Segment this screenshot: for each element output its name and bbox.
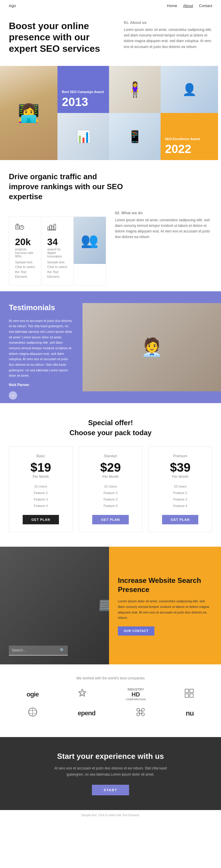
- award-2013-title: Best SEO Campaign Award: [62, 90, 105, 94]
- pricing-premium-amount: $39: [155, 461, 206, 475]
- hero-right: 01. About us Lorem ipsum dolor sit amet,…: [124, 20, 212, 60]
- seo-section: Drive organic traffic and improve rankin…: [0, 160, 221, 291]
- partners-section: We worked with the world's best companie…: [0, 664, 221, 737]
- svg-rect-9: [50, 225, 52, 230]
- testimonials-heading: Testimonials: [9, 303, 74, 312]
- pricing-basic: Basic $19 Per Month 15 UsersFeature 2Fea…: [9, 446, 73, 532]
- pricing-premium-period: Per Month: [155, 475, 206, 479]
- testimonials-section: Testimonials At vero eos et accusam et j…: [0, 291, 221, 403]
- award-2022-year: 2022: [165, 143, 214, 156]
- hero-left: Boost your online presence with our expe…: [9, 20, 115, 60]
- pricing-basic-period: Per Month: [15, 475, 66, 479]
- pricing-title: Special offer!Choose your pack today: [9, 418, 212, 437]
- nav-links: Home About Contact: [167, 3, 212, 8]
- image-woman-desk: 👩‍💻: [0, 66, 57, 160]
- pricing-standart: Standart $29 Per Month 15 UsersFeature 2…: [79, 446, 143, 532]
- stats-grid: 20k projects success rate 99% Sample tex…: [9, 217, 106, 285]
- footer-note-text: Sample text. Click to select the Text El…: [81, 813, 140, 817]
- hero-about-text: Lorem ipsum dolor sit amet, consectetur …: [124, 27, 212, 50]
- award-2013: Best SEO Campaign Award 2013: [57, 66, 109, 113]
- pricing-standart-features: 15 UsersFeature 2Feature 3Feature 4: [85, 483, 136, 509]
- svg-rect-16: [185, 694, 189, 698]
- pricing-standart-tier: Standart: [85, 454, 136, 458]
- partner-hd: INDUSTRY HD CORPORATION: [126, 688, 145, 701]
- testimonial-author: Nick Parsen: [9, 383, 74, 387]
- pricing-premium-btn[interactable]: GET PLAN: [162, 515, 199, 524]
- pricing-basic-amount: $19: [15, 461, 66, 475]
- svg-rect-10: [52, 226, 54, 230]
- pricing-standart-period: Per Month: [85, 475, 136, 479]
- hero-title: Boost your online presence with our expe…: [9, 20, 115, 54]
- pricing-grid: Basic $19 Per Month 15 UsersFeature 2Fea…: [9, 446, 212, 532]
- partner-nu: nu: [186, 709, 194, 717]
- what-text: Lorem ipsum dolor sit amet, consectetur …: [115, 217, 212, 240]
- presence-cta-button[interactable]: OUR CONTACT: [118, 626, 155, 636]
- stat-icon-projects: [15, 223, 35, 234]
- svg-rect-8: [48, 227, 50, 230]
- svg-rect-15: [190, 689, 193, 693]
- stat-sub-projects: projects success rate 99%: [15, 247, 35, 258]
- award-2013-year: 2013: [62, 95, 105, 108]
- image-right-top: 👤: [161, 66, 218, 113]
- pricing-premium: Premium $39 Per Month 15 UsersFeature 2F…: [148, 446, 212, 532]
- pricing-standart-amount: $29: [85, 461, 136, 475]
- seo-title: Drive organic traffic and improve rankin…: [9, 172, 127, 202]
- hero-section: Boost your online presence with our expe…: [0, 11, 221, 66]
- stat-sub-awards: award for digital innovation: [47, 247, 67, 258]
- pricing-standart-btn[interactable]: GET PLAN: [92, 515, 129, 524]
- image-person-standing: 🧍‍♀️: [109, 66, 161, 113]
- cta-text: At vero eos et accusam et justo duo dolo…: [52, 765, 169, 777]
- partner-icon-3: [27, 707, 38, 719]
- partners-title: We worked with the world's best companie…: [9, 676, 212, 680]
- svg-point-23: [137, 713, 140, 716]
- stat-projects: 20k projects success rate 99% Sample tex…: [9, 217, 41, 285]
- search-icon: 🔍: [60, 648, 65, 653]
- search-input[interactable]: [12, 648, 60, 652]
- testimonial-quote: At vero eos et accusam et justo duo dolo…: [9, 318, 74, 379]
- testimonial-content: Testimonials At vero eos et accusam et j…: [0, 303, 83, 392]
- seo-content: 20k projects success rate 99% Sample tex…: [9, 211, 212, 285]
- footer-note: Sample text. Click to select the Text El…: [0, 810, 221, 820]
- pricing-section: Special offer!Choose your pack today Bas…: [0, 403, 221, 547]
- partner-icon-4: [135, 707, 146, 719]
- partners-row-2: epend nu: [9, 707, 212, 719]
- pricing-premium-features: 15 UsersFeature 2Feature 3Feature 4: [155, 483, 206, 509]
- what-label: 02. What we do: [115, 211, 212, 215]
- nav-home[interactable]: Home: [167, 3, 177, 8]
- stat-image: 👥: [74, 217, 106, 285]
- svg-rect-17: [190, 694, 193, 698]
- stat-text-projects: Sample text. Click to select the Text El…: [15, 260, 35, 279]
- award-2022-title: SEO Excellence Award: [165, 137, 214, 141]
- search-bar[interactable]: 🔍: [9, 646, 68, 656]
- stat-text-awards: Sample text. Click to select the Text El…: [47, 260, 67, 279]
- cta-section: Start your experience with us At vero eo…: [0, 737, 221, 810]
- nav-about[interactable]: About: [183, 3, 193, 8]
- presence-text: Lorem ipsum dolor sit amet, consectetur …: [118, 598, 212, 621]
- nav-contact[interactable]: Contact: [199, 3, 212, 8]
- partner-icon-2: [184, 688, 194, 701]
- testimonial-image: 🧑‍💼: [83, 303, 221, 392]
- svg-rect-14: [185, 689, 189, 693]
- partner-ogie: ogie: [27, 690, 38, 698]
- presence-title: Increase Website Search Presence: [118, 576, 212, 594]
- svg-point-13: [81, 692, 84, 695]
- image-chart: 📱: [109, 113, 161, 160]
- stat-awards: 34 award for digital innovation Sample t…: [41, 217, 73, 285]
- logo: logo: [9, 3, 16, 8]
- pricing-basic-tier: Basic: [15, 454, 66, 458]
- cta-start-button[interactable]: START: [92, 785, 129, 795]
- testimonial-next[interactable]: →: [9, 391, 17, 400]
- about-label: 01. About us: [124, 20, 212, 25]
- stat-icon-awards: [47, 223, 67, 234]
- seo-stats: 20k projects success rate 99% Sample tex…: [9, 211, 106, 285]
- navigation: logo Home About Contact: [0, 0, 221, 11]
- svg-rect-1: [17, 224, 18, 225]
- award-2022: SEO Excellence Award 2022: [161, 113, 218, 160]
- stat-number-projects: 20k: [15, 237, 35, 247]
- image-grid: 👩‍💻 Best SEO Campaign Award 2013 🧍‍♀️ 👤 …: [0, 66, 221, 160]
- svg-point-24: [141, 713, 144, 716]
- partners-row-1: ogie INDUSTRY HD CORPORATION: [9, 688, 212, 701]
- pricing-premium-tier: Premium: [155, 454, 206, 458]
- pricing-basic-btn[interactable]: GET PLAN: [23, 515, 59, 524]
- cta-title: Start your experience with us: [9, 752, 212, 761]
